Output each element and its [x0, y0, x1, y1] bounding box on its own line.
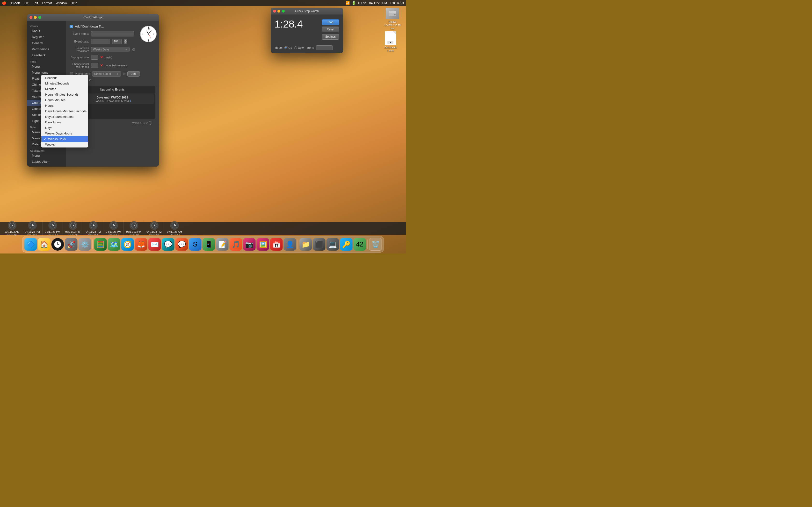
mode-down-radio[interactable]: Down [294, 46, 305, 50]
color-hours-input[interactable] [91, 63, 98, 68]
stopwatch-buttons: Stop Reset Settings [322, 18, 339, 40]
bclock-4: 05:11:23 PM Thu 25 Apr [63, 220, 83, 237]
event-time-ampm-input[interactable] [112, 39, 122, 44]
sidebar-item-register[interactable]: Register [27, 34, 66, 40]
option-days-hours-minutes[interactable]: Days:Hours:Minutes [41, 114, 88, 119]
sidebar-item-laptop-alarm[interactable]: Laptop Alarm [27, 159, 66, 165]
option-days[interactable]: Days [41, 125, 88, 131]
event-info-button[interactable]: ℹ [130, 99, 131, 102]
stop-button[interactable]: Stop [322, 19, 339, 25]
dock-icon-calc[interactable]: 🧮 [94, 238, 107, 250]
sound-dropdown[interactable]: Select sound ▼ [92, 71, 121, 76]
sidebar-item-menu-time[interactable]: Menu [27, 63, 66, 69]
dock-icon-skype[interactable]: 💬 [162, 238, 174, 250]
event-date-input[interactable] [91, 39, 110, 44]
sound-toggle[interactable] [123, 73, 125, 75]
sidebar-item-feedback[interactable]: Feedback [27, 52, 66, 58]
option-weeks-days[interactable]: Weeks:Days [41, 136, 88, 142]
bclock-5: 04:11:23 PM Thu 25 Apr [83, 220, 103, 237]
color-clear[interactable]: ✕ [100, 63, 103, 67]
dock-icon-sysprefs[interactable]: ⚙️ [79, 238, 91, 250]
option-hours-minutes[interactable]: Hours:Minutes [41, 97, 88, 103]
menu-window[interactable]: Window [56, 1, 67, 5]
stepper-up[interactable]: ▲ [124, 39, 127, 42]
desktop-icon-docs[interactable]: TXT Documents2 items [381, 32, 400, 52]
bclock-6: 04:11:23 PM Thu 25 Apr [103, 220, 124, 237]
display-window-input[interactable] [91, 55, 98, 60]
dock-icon-calendar[interactable]: 📅 [270, 238, 283, 250]
dock-icon-finder2[interactable]: 📁 [299, 238, 312, 250]
dock-icon-music[interactable]: 🎵 [230, 238, 242, 250]
menu-file[interactable]: File [24, 1, 29, 5]
option-days-hours-minutes-seconds[interactable]: Days:Hours:Minutes:Seconds [41, 108, 88, 114]
dock-icon-messages[interactable]: 💬 [175, 238, 188, 250]
menu-format[interactable]: Format [42, 1, 52, 5]
option-minutes[interactable]: Minutes [41, 86, 88, 92]
stopwatch-window: iClock Stop Watch 1:28.4 Stop Reset Sett… [271, 8, 343, 53]
dock-icon-contacts[interactable]: 👤 [284, 238, 296, 250]
wifi-icon[interactable]: 📶 [346, 1, 350, 5]
reset-button[interactable]: Reset [322, 26, 339, 32]
settings-close-button[interactable] [30, 16, 33, 19]
bclock-date-7: Thu 25 Apr [128, 233, 139, 236]
option-minutes-seconds[interactable]: Minutes:Seconds [41, 80, 88, 86]
menu-edit[interactable]: Edit [33, 1, 38, 5]
dock-icon-misc[interactable]: 42 [354, 238, 366, 250]
from-dropdown[interactable] [316, 45, 333, 50]
dock-icon-iterm[interactable]: 💻 [326, 238, 339, 250]
dock-icon-skypeblue[interactable]: S [189, 238, 202, 250]
set-button[interactable]: Set [128, 71, 140, 76]
dock-icon-notes[interactable]: 📝 [216, 238, 229, 250]
dock-icon-finder[interactable]: 🔷 [24, 238, 37, 250]
dock-icon-maps[interactable]: 🗺️ [108, 238, 120, 250]
desktop-icon-hdd[interactable]: Mojave1.94 TB, 1.49 TB free [383, 8, 402, 30]
sidebar-item-menu-app[interactable]: Menu [27, 153, 66, 159]
bclock-time-5: 04:11:23 PM [86, 230, 101, 233]
event-name-input[interactable] [91, 31, 134, 37]
event-date-stepper[interactable]: ▲ ▼ [124, 39, 127, 44]
mode-up-radio[interactable]: Up [285, 46, 292, 50]
dock-icon-home[interactable]: 🏠 [38, 238, 51, 250]
option-weeks-days-hours[interactable]: Weeks:Days:Hours [41, 131, 88, 136]
dock-icon-iclock[interactable] [51, 238, 64, 250]
settings-minimize-button[interactable] [34, 16, 37, 19]
add-countdown-checkbox[interactable] [69, 25, 73, 28]
dock-icon-firefox[interactable]: 🦊 [135, 238, 147, 250]
version-help-button[interactable]: ? [149, 121, 152, 125]
dock-icon-safari[interactable]: 🧭 [121, 238, 134, 250]
sidebar-item-general[interactable]: General [27, 40, 66, 46]
dock-icon-photos[interactable]: 📷 [243, 238, 256, 250]
option-weeks[interactable]: Weeks [41, 142, 88, 147]
option-hours-minutes-seconds[interactable]: Hours:Minutes:Seconds [41, 92, 88, 97]
dock-icon-facetime[interactable]: 📱 [203, 238, 215, 250]
dock-icon-photos2[interactable]: 🖼️ [257, 238, 269, 250]
dock-icon-1pass[interactable]: 🔑 [340, 238, 353, 250]
bclock-date-4: Thu 25 Apr [67, 233, 78, 236]
option-hours[interactable]: Hours [41, 103, 88, 108]
dock-icon-mail[interactable]: ✉️ [148, 238, 161, 250]
battery-icon[interactable]: 🔋 [352, 1, 356, 5]
menu-help[interactable]: Help [71, 1, 77, 5]
resolution-toggle[interactable] [133, 48, 135, 51]
stepper-down[interactable]: ▼ [124, 42, 127, 44]
selected-resolution: Weeks:Days [93, 48, 109, 51]
countdown-resolution-dropdown[interactable]: Weeks:Days ▼ [91, 47, 130, 52]
app-name-menu[interactable]: iClock [10, 1, 20, 5]
dock-icon-trash[interactable]: 🗑️ [369, 238, 382, 250]
dock: 🔷 🏠 🚀 ⚙️ 🧮 🗺️ 🧭 🦊 ✉️ 💬 💬 S 📱 📝 🎵 📷 🖼️ 📅 … [22, 236, 384, 252]
sidebar-item-about[interactable]: About [27, 28, 66, 34]
stopwatch-minimize-button[interactable] [277, 10, 280, 12]
option-seconds[interactable]: Seconds [41, 75, 88, 80]
sidebar-header-app: Application [27, 147, 66, 153]
sidebar-item-permissions[interactable]: Permissions [27, 46, 66, 52]
settings-maximize-button[interactable] [38, 16, 41, 19]
dock-icon-launchpad[interactable]: 🚀 [65, 238, 78, 250]
bclock-1: 10:11:23 AM Thu 25 Apr [2, 220, 22, 237]
stopwatch-settings-button[interactable]: Settings [322, 34, 339, 40]
stopwatch-close-button[interactable] [273, 10, 276, 12]
option-days-hours[interactable]: Days:Hours [41, 119, 88, 125]
apple-menu[interactable]: 🍎 [2, 1, 6, 5]
stopwatch-maximize-button[interactable] [282, 10, 285, 12]
dock-icon-terminal[interactable]: ⬛ [313, 238, 325, 250]
display-window-clear[interactable]: ✕ [100, 55, 103, 59]
